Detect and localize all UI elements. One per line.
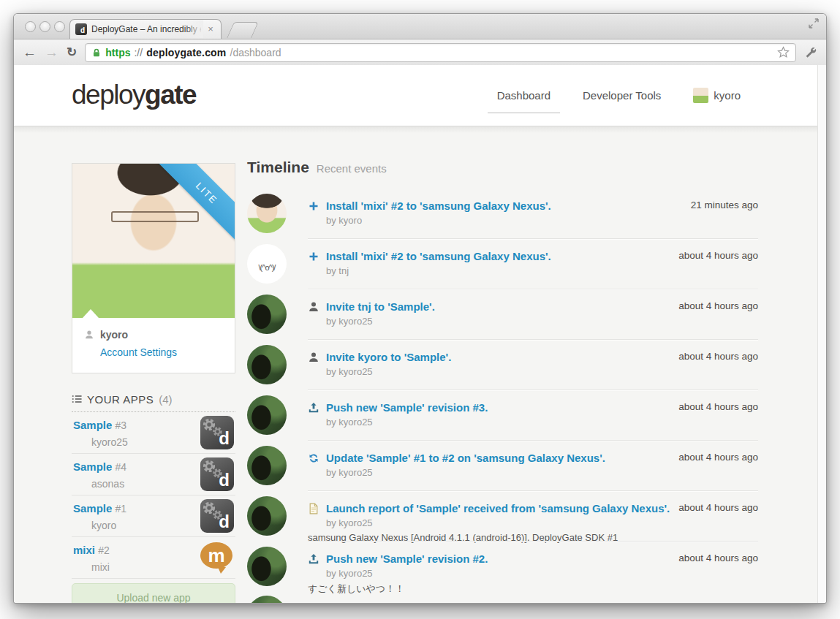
app-list: Sample #3 kyoro25 (72, 412, 235, 579)
user-avatar (693, 88, 708, 103)
app-name-link[interactable]: Sample #4 (73, 460, 126, 473)
ssl-lock-icon (91, 48, 102, 58)
profile-card: LITE kyoro Account Settings (72, 163, 235, 373)
browser-toolbar: ← → ↻ https://deploygate.com/dashboard (14, 39, 826, 66)
app-name-link[interactable]: Sample #1 (73, 502, 126, 514)
expand-window-icon[interactable] (808, 18, 820, 29)
window-zoom-button[interactable] (54, 21, 65, 32)
your-apps-label: YOUR APPS (87, 393, 154, 406)
plan-ribbon-badge: LITE (153, 164, 235, 247)
event-user-avatar[interactable]: \(^o^)/ (247, 194, 287, 233)
event-user-avatar[interactable]: \(^o^)/ (247, 395, 287, 435)
event-type-icon (308, 553, 319, 565)
page-scrollbar[interactable] (817, 65, 826, 603)
browser-window: d DeployGate – An incredibly e × ← → ↻ h… (13, 13, 827, 604)
event-user-avatar[interactable]: \(^o^)/ (247, 345, 287, 384)
invite-user-icon (308, 301, 319, 313)
window-minimize-button[interactable] (39, 21, 50, 32)
owner-avatar (73, 561, 86, 574)
list-icon (72, 394, 82, 404)
event-title-link[interactable]: Install 'mixi' #2 to 'samsung Galaxy Nex… (326, 200, 551, 212)
app-revision-number: #4 (116, 461, 127, 473)
back-button[interactable]: ← (23, 45, 37, 59)
event-timestamp: about 4 hours ago (678, 552, 758, 563)
deploygate-logo[interactable]: deploygate (72, 80, 196, 110)
owner-avatar (73, 477, 86, 490)
app-icon[interactable]: d m (200, 499, 234, 533)
deploygate-app-icon: d (200, 416, 234, 449)
timeline-event-row: \(^o^)/ Update 'Sample' # (247, 440, 758, 490)
user-name: kyoro (714, 89, 741, 102)
app-name-link[interactable]: Sample #3 (73, 419, 126, 431)
address-bar[interactable]: https://deploygate.com/dashboard (85, 43, 796, 62)
tab-close-icon[interactable]: × (205, 24, 216, 34)
forward-button[interactable]: → (45, 45, 58, 59)
reload-button[interactable]: ↻ (67, 45, 77, 59)
app-owner-row: kyoro (73, 519, 116, 532)
url-path: /dashboard (230, 47, 281, 58)
header-shadow (14, 126, 826, 133)
app-revision-number: #1 (116, 503, 127, 514)
timeline-subtitle: Recent events (317, 162, 387, 175)
app-icon[interactable]: d m (200, 541, 234, 574)
event-author: by kyoro25 (326, 366, 758, 377)
account-settings-link[interactable]: Account Settings (100, 346, 223, 358)
plus-icon (308, 200, 319, 212)
event-title-link[interactable]: Launch report of 'Sample' received from … (326, 502, 670, 514)
window-close-button[interactable] (25, 21, 36, 32)
event-title-link[interactable]: Invite tnj to 'Sample'. (326, 300, 435, 313)
event-user-avatar[interactable]: \(^o^)/ (247, 547, 287, 586)
event-author: by kyoro25 (326, 467, 758, 478)
app-row: mixi #2 mixi (72, 537, 235, 579)
app-name-link[interactable]: mixi #2 (73, 544, 110, 556)
event-title-link[interactable]: Update 'Sample' #1 to #2 on 'samsung Gal… (326, 452, 605, 464)
event-user-avatar[interactable]: \(^o^)/ (247, 244, 287, 284)
timeline-header: Timeline Recent events (247, 159, 758, 176)
app-icon[interactable]: d m (200, 416, 234, 449)
report-document-icon (308, 503, 319, 514)
profile-name-row: kyoro (84, 329, 223, 341)
person-icon (84, 330, 94, 340)
app-icon[interactable]: d m (200, 457, 234, 491)
your-apps-heading: YOUR APPS (4) (72, 390, 235, 408)
event-user-avatar[interactable]: \(^o^)/ (247, 496, 287, 536)
event-author: by kyoro25 (326, 417, 758, 428)
event-title-link[interactable]: Install 'mixi' #2 to 'samsung Galaxy Nex… (326, 250, 551, 262)
desktop: d DeployGate – An incredibly e × ← → ↻ h… (0, 0, 840, 619)
timeline-section: Timeline Recent events \(^o^)/ (247, 159, 758, 603)
logo-bold: gate (145, 80, 196, 110)
new-tab-button[interactable] (227, 22, 259, 38)
nav-user-menu[interactable]: kyoro (693, 88, 741, 103)
d-letter: d (219, 512, 230, 532)
event-title-link[interactable]: Invite kyoro to 'Sample'. (326, 351, 451, 363)
timeline-event-row: \(^o^)/ Launch report of (247, 490, 758, 541)
site-header: deploygate Dashboard Developer Tools kyo… (14, 65, 826, 126)
profile-photo[interactable]: LITE (72, 164, 235, 318)
event-title-link[interactable]: Push new 'Sample' revision #2. (326, 552, 488, 565)
callout-pointer (83, 309, 99, 318)
event-timestamp: about 4 hours ago (678, 452, 758, 463)
event-author: by kyoro25 (326, 517, 758, 528)
event-user-avatar[interactable]: \(^o^)/ (247, 295, 287, 334)
nav-developer-tools[interactable]: Developer Tools (583, 65, 661, 126)
nav-dashboard[interactable]: Dashboard (497, 65, 550, 126)
update-refresh-icon (308, 452, 319, 464)
push-upload-icon (308, 402, 319, 414)
deploygate-app-icon: d (200, 499, 234, 533)
event-type-icon (308, 402, 319, 414)
browser-tab[interactable]: d DeployGate – An incredibly e × (69, 19, 222, 39)
bookmark-star-icon[interactable] (777, 46, 790, 58)
push-upload-icon (308, 553, 319, 565)
event-user-avatar[interactable]: \(^o^)/ (247, 446, 287, 485)
event-type-icon (308, 301, 319, 313)
m-letter: m (200, 542, 232, 569)
event-title-link[interactable]: Push new 'Sample' revision #3. (326, 401, 488, 414)
event-timestamp: about 4 hours ago (678, 300, 758, 311)
settings-wrench-icon[interactable] (804, 46, 817, 59)
your-apps-section: YOUR APPS (4) Sample #3 kyoro25 (72, 390, 235, 603)
web-page: deploygate Dashboard Developer Tools kyo… (14, 65, 826, 603)
upload-new-app-button[interactable]: Upload new app (72, 583, 235, 603)
timeline-event-row: \(^o^)/ Install 'mixi' #2 (247, 238, 758, 289)
timeline-events: \(^o^)/ Install 'mixi' #2 (247, 188, 758, 591)
event-type-icon (308, 352, 319, 363)
